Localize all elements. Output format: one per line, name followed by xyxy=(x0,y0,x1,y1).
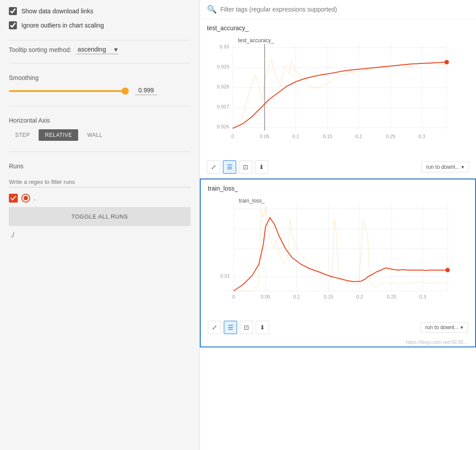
divider-1 xyxy=(9,40,190,40)
svg-text:0.3: 0.3 xyxy=(419,294,426,299)
test-accuracy-chart-container: 0.93 0.929 0.928 0.927 0.926 xyxy=(200,32,476,159)
lines-icon-2: ☰ xyxy=(228,324,234,331)
horizontal-axis-label: Horizontal Axis xyxy=(9,117,190,124)
svg-text:0.927: 0.927 xyxy=(217,104,229,109)
svg-text:0: 0 xyxy=(232,294,235,299)
run-radio[interactable] xyxy=(21,194,30,203)
show-download-checkbox[interactable] xyxy=(9,7,17,15)
svg-text:0.05: 0.05 xyxy=(261,294,270,299)
watermark: https://blog.csdn.net/SESE... xyxy=(201,338,475,346)
filter-tags-input[interactable] xyxy=(220,6,469,13)
svg-text:0.929: 0.929 xyxy=(217,64,229,69)
expand-icon: ⤢ xyxy=(211,163,216,171)
expand-button-2[interactable]: ⤢ xyxy=(208,321,221,334)
tooltip-select-wrapper: ascending descending default ▾ xyxy=(76,45,119,54)
svg-text:0.15: 0.15 xyxy=(323,134,332,139)
tooltip-sorting-label: Tooltip sorting method: xyxy=(9,46,71,53)
divider-4 xyxy=(9,151,190,152)
dropdown-arrow-icon: ▾ xyxy=(461,164,464,170)
train-loss-chart: 0.01 0 0.05 0.1 0.15 xyxy=(208,195,470,315)
svg-text:0.93: 0.93 xyxy=(220,44,229,49)
axis-relative-button[interactable]: RELATIVE xyxy=(39,129,78,141)
lines-icon: ☰ xyxy=(227,163,233,171)
train-loss-card-title: train_loss_ xyxy=(201,179,475,192)
train-loss-toolbar: ⤢ ☰ ⊡ ⬇ run to downl... ▾ xyxy=(201,319,475,338)
run-checkbox[interactable] xyxy=(9,194,18,203)
run-item-row: . xyxy=(9,194,190,203)
runs-label: Runs xyxy=(9,163,190,170)
main-panel: 🔍 test_accuracy_ 0.93 0.929 0.928 0.927 … xyxy=(200,0,476,450)
svg-text:0.01: 0.01 xyxy=(221,273,230,279)
svg-text:0.05: 0.05 xyxy=(260,134,269,139)
expand-button[interactable]: ⤢ xyxy=(207,160,220,174)
svg-text:train_loss_: train_loss_ xyxy=(239,198,265,204)
svg-text:0.25: 0.25 xyxy=(387,294,396,299)
marquee-zoom-button[interactable]: ⊡ xyxy=(239,160,252,174)
svg-text:0.3: 0.3 xyxy=(418,134,425,139)
dropdown-arrow-icon-2: ▾ xyxy=(460,324,463,331)
axis-wall-button[interactable]: WALL xyxy=(81,129,108,141)
marquee-icon-2: ⊡ xyxy=(244,324,249,331)
data-lines-button-2[interactable]: ☰ xyxy=(224,321,237,334)
marquee-zoom-button-2[interactable]: ⊡ xyxy=(240,321,253,334)
svg-point-27 xyxy=(444,60,449,64)
runs-filter-input[interactable] xyxy=(9,177,190,187)
svg-text:0.15: 0.15 xyxy=(324,294,333,299)
run-path: ./ xyxy=(9,231,190,239)
tooltip-sorting-select[interactable]: ascending descending default xyxy=(76,45,119,54)
marquee-icon: ⊡ xyxy=(243,163,248,171)
run-dot-label: . xyxy=(34,195,36,202)
check-icon xyxy=(11,196,16,200)
divider-2 xyxy=(9,63,190,64)
download-svg-button-2[interactable]: ⬇ xyxy=(256,321,269,334)
run-download-button-2[interactable]: run to downl... ▾ xyxy=(420,322,468,333)
download-run-label: run to downl... xyxy=(426,164,460,170)
svg-text:0.926: 0.926 xyxy=(217,124,229,129)
divider-3 xyxy=(9,106,190,106)
smoothing-row: 0.999 xyxy=(9,87,190,95)
download-svg-button[interactable]: ⬇ xyxy=(255,160,268,174)
test-accuracy-card-title: test_accuracy_ xyxy=(200,19,476,32)
filter-bar: 🔍 xyxy=(200,0,476,19)
toggle-all-runs-button[interactable]: TOGGLE ALL RUNS xyxy=(9,207,190,226)
svg-text:0: 0 xyxy=(231,134,234,139)
download-icon-2: ⬇ xyxy=(260,324,265,331)
data-lines-button[interactable]: ☰ xyxy=(223,160,236,174)
svg-text:0.1: 0.1 xyxy=(292,134,299,139)
sidebar: Show data download links Ignore outliers… xyxy=(0,0,200,450)
run-radio-inner xyxy=(24,196,28,200)
svg-text:0.2: 0.2 xyxy=(356,294,363,299)
download-run-label-2: run to downl... xyxy=(425,324,459,331)
show-download-label: Show data download links xyxy=(21,8,93,15)
ignore-outliers-label: Ignore outliers in chart scaling xyxy=(21,22,104,29)
train-loss-chart-container: 0.01 0 0.05 0.1 0.15 xyxy=(201,192,475,319)
download-icon: ⬇ xyxy=(259,163,264,171)
tooltip-sorting-row: Tooltip sorting method: ascending descen… xyxy=(9,45,190,54)
svg-point-50 xyxy=(445,268,450,272)
smoothing-slider[interactable] xyxy=(9,90,129,92)
show-download-row: Show data download links xyxy=(9,7,190,15)
test-accuracy-card: test_accuracy_ 0.93 0.929 0.928 0.927 0.… xyxy=(200,19,476,179)
run-download-button[interactable]: run to downl... ▾ xyxy=(421,162,469,172)
train-loss-card: train_loss_ 0.01 xyxy=(200,179,476,347)
svg-text:0.25: 0.25 xyxy=(386,134,395,139)
svg-text:test_accuracy_: test_accuracy_ xyxy=(238,37,274,44)
ignore-outliers-row: Ignore outliers in chart scaling xyxy=(9,21,190,29)
expand-icon-2: ⤢ xyxy=(212,324,217,331)
axis-buttons-group: STEP RELATIVE WALL xyxy=(9,129,190,141)
test-accuracy-toolbar: ⤢ ☰ ⊡ ⬇ run to downl... ▾ xyxy=(200,159,476,178)
axis-step-button[interactable]: STEP xyxy=(9,129,36,141)
smoothing-value: 0.999 xyxy=(135,87,157,95)
svg-text:0.928: 0.928 xyxy=(217,84,229,89)
ignore-outliers-checkbox[interactable] xyxy=(9,21,17,29)
test-accuracy-chart: 0.93 0.929 0.928 0.927 0.926 xyxy=(207,35,469,155)
search-icon: 🔍 xyxy=(207,4,217,14)
svg-text:0.2: 0.2 xyxy=(355,134,362,139)
svg-text:0.1: 0.1 xyxy=(293,294,300,299)
smoothing-label: Smoothing xyxy=(9,74,190,81)
